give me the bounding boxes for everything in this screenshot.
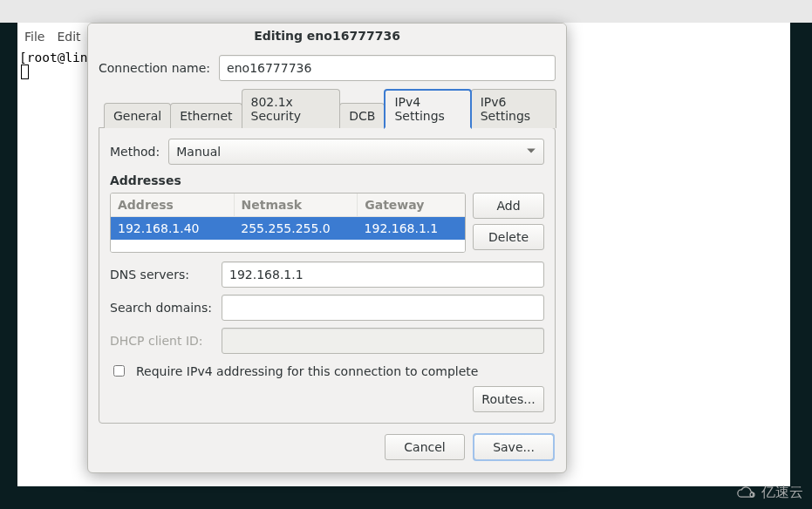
connection-name-value: eno16777736 (227, 61, 311, 75)
save-button[interactable]: Save... (474, 434, 554, 460)
cell-gateway: 192.168.1.1 (358, 217, 465, 240)
tab-ipv4[interactable]: IPv4 Settings (384, 89, 471, 129)
addresses-heading: Addresses (110, 173, 544, 187)
tab-general[interactable]: General (104, 103, 171, 128)
tab-8021x[interactable]: 802.1x Security (242, 89, 341, 128)
dialog-title: Editing eno16777736 (88, 24, 566, 48)
col-gateway: Gateway (357, 193, 465, 216)
dns-input[interactable]: 192.168.1.1 (222, 261, 544, 288)
ipv4-panel: Method: Manual Addresses Address Netmask… (99, 127, 556, 424)
menu-file[interactable]: File (24, 30, 44, 44)
search-domains-input[interactable] (222, 295, 544, 321)
method-value: Manual (176, 145, 221, 159)
gnome-top-strip (0, 0, 812, 23)
dhcp-client-id-input (222, 328, 544, 354)
dns-label: DNS servers: (110, 268, 213, 282)
cell-address: 192.168.1.40 (111, 217, 234, 240)
tab-ipv6[interactable]: IPv6 Settings (471, 89, 556, 128)
menu-edit[interactable]: Edit (57, 30, 80, 44)
settings-tabs: General Ethernet 802.1x Security DCB IPv… (99, 88, 556, 128)
col-address: Address (111, 193, 234, 216)
col-netmask: Netmask (234, 193, 358, 216)
tab-dcb[interactable]: DCB (339, 103, 385, 128)
chevron-down-icon (526, 145, 536, 159)
watermark: 亿速云 (735, 484, 803, 502)
connection-name-input[interactable]: eno16777736 (219, 55, 556, 81)
network-editor-dialog: Editing eno16777736 Connection name: eno… (87, 23, 567, 473)
require-ipv4-checkbox[interactable] (113, 365, 125, 377)
watermark-text: 亿速云 (761, 484, 803, 502)
cloud-icon (735, 485, 758, 501)
method-combobox[interactable]: Manual (168, 139, 544, 165)
search-domains-label: Search domains: (110, 301, 213, 315)
dhcp-client-id-label: DHCP client ID: (110, 334, 213, 348)
addresses-header-row: Address Netmask Gateway (111, 193, 465, 217)
connection-name-label: Connection name: (99, 61, 210, 75)
table-row[interactable]: 192.168.1.40 255.255.255.0 192.168.1.1 (111, 217, 465, 240)
dns-value: 192.168.1.1 (229, 268, 304, 282)
delete-button[interactable]: Delete (473, 224, 544, 250)
add-button[interactable]: Add (473, 193, 544, 219)
require-ipv4-label: Require IPv4 addressing for this connect… (136, 364, 478, 378)
method-label: Method: (110, 145, 160, 159)
cell-netmask: 255.255.255.0 (234, 217, 357, 240)
addresses-empty-space (111, 240, 465, 252)
terminal-cursor (21, 64, 29, 79)
cancel-button[interactable]: Cancel (385, 434, 465, 460)
routes-button[interactable]: Routes... (473, 386, 544, 412)
addresses-table[interactable]: Address Netmask Gateway 192.168.1.40 255… (110, 193, 466, 253)
tab-ethernet[interactable]: Ethernet (170, 103, 242, 128)
